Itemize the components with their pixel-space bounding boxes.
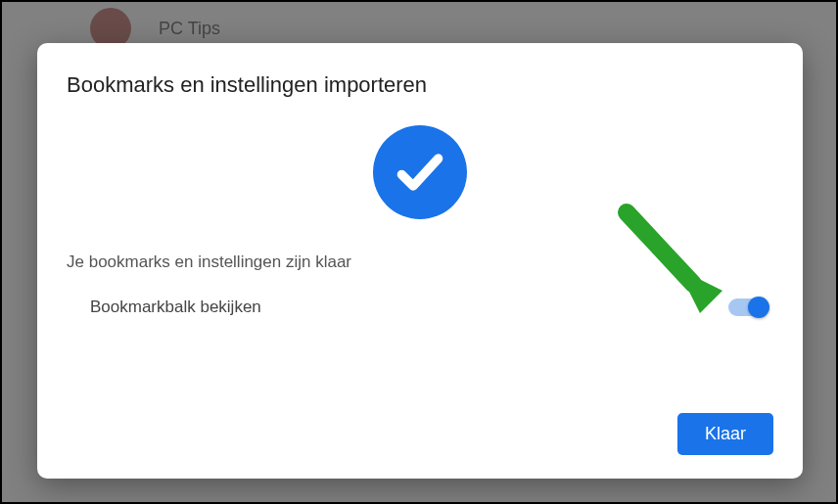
status-text: Je bookmarks en instellingen zijn klaar — [67, 252, 773, 272]
toggle-label: Bookmarkbalk bekijken — [90, 298, 261, 317]
show-bookmarks-bar-toggle[interactable] — [728, 298, 768, 316]
checkmark-icon — [373, 125, 467, 219]
dialog-title: Bookmarks en instellingen importeren — [67, 72, 773, 98]
show-bookmarks-bar-row: Bookmarkbalk bekijken — [67, 298, 773, 317]
import-bookmarks-dialog: Bookmarks en instellingen importeren Je … — [37, 43, 803, 479]
dialog-footer: Klaar — [67, 413, 773, 455]
toggle-knob — [748, 297, 769, 318]
success-indicator — [67, 125, 773, 219]
done-button[interactable]: Klaar — [677, 413, 773, 455]
